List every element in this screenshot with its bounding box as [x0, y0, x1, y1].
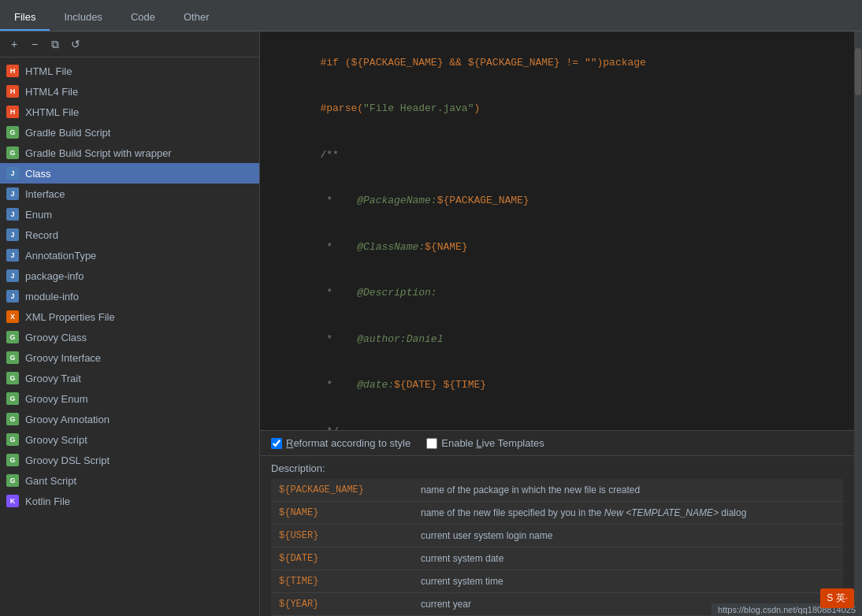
code-line-3: /**: [271, 132, 843, 178]
sidebar: + − ⧉ ↺ HHTML FileHHTML4 FileHXHTML File…: [0, 32, 260, 616]
live-templates-option[interactable]: Enable Live Templates: [426, 437, 544, 449]
sidebar-item-gradle-build[interactable]: GGradle Build Script: [0, 122, 259, 143]
description-title: Description:: [271, 462, 843, 474]
sidebar-item-module-info[interactable]: Jmodule-info: [0, 286, 259, 306]
desc-var: ${YEAR}: [271, 593, 413, 616]
sidebar-item-html4-file[interactable]: HHTML4 File: [0, 81, 259, 102]
label-annotation-type: AnnotationType: [25, 250, 96, 262]
sidebar-item-annotation-type[interactable]: JAnnotationType: [0, 245, 259, 265]
sidebar-item-package-info[interactable]: Jpackage-info: [0, 265, 259, 286]
sidebar-item-class[interactable]: JClass: [0, 163, 259, 184]
sidebar-item-groovy-annotation[interactable]: GGroovy Annotation: [0, 409, 259, 429]
icon-interface: J: [6, 187, 19, 200]
live-templates-checkbox[interactable]: [426, 438, 437, 449]
icon-groovy-trait: G: [6, 372, 19, 384]
label-groovy-trait: Groovy Trait: [25, 373, 81, 384]
desc-row: ${DATE}current system date: [271, 547, 843, 570]
tab-files[interactable]: Files: [0, 5, 50, 31]
sidebar-item-groovy-class[interactable]: GGroovy Class: [0, 327, 259, 347]
desc-text: name of the package in which the new fil…: [413, 479, 843, 502]
desc-text: name of the new file specified by you in…: [413, 502, 843, 525]
icon-gradle-build: G: [6, 126, 19, 139]
desc-text: current user system login name: [413, 525, 843, 547]
tab-code[interactable]: Code: [117, 5, 169, 31]
label-module-info: module-info: [25, 291, 79, 302]
bottom-options: Reformat according to style Enable Live …: [260, 430, 854, 455]
sidebar-item-gradle-wrapper[interactable]: GGradle Build Script with wrapper: [0, 143, 259, 163]
label-html-file: HTML File: [25, 65, 72, 77]
tab-includes[interactable]: Includes: [50, 5, 116, 31]
sidebar-item-record[interactable]: JRecord: [0, 225, 259, 245]
label-enum: Enum: [25, 209, 52, 221]
sidebar-item-groovy-interface[interactable]: GGroovy Interface: [0, 347, 259, 368]
reformat-label: Reformat according to style: [286, 437, 411, 449]
code-line-6: * @Description:: [271, 270, 843, 317]
label-xml-properties: XML Properties File: [25, 311, 115, 323]
icon-gant-script: G: [6, 474, 19, 487]
label-groovy-dsl: Groovy DSL Script: [25, 455, 110, 466]
sidebar-item-interface[interactable]: JInterface: [0, 184, 259, 204]
sidebar-item-gant-script[interactable]: GGant Script: [0, 470, 259, 491]
label-groovy-class: Groovy Class: [25, 332, 87, 343]
add-button[interactable]: +: [6, 36, 22, 52]
icon-enum: J: [6, 208, 19, 221]
desc-var: ${USER}: [271, 525, 413, 547]
right-scrollbar[interactable]: [854, 32, 862, 616]
desc-text: current system time: [413, 570, 843, 593]
icon-kotlin-file: K: [6, 495, 19, 507]
label-package-info: package-info: [25, 270, 84, 282]
sidebar-item-groovy-script[interactable]: GGroovy Script: [0, 429, 259, 450]
label-record: Record: [25, 229, 58, 241]
code-editor: #if (${PACKAGE_NAME} && ${PACKAGE_NAME} …: [260, 32, 854, 430]
label-gradle-wrapper: Gradle Build Script with wrapper: [25, 147, 172, 159]
description-panel: Description: ${PACKAGE_NAME}name of the …: [260, 455, 854, 616]
sidebar-item-groovy-trait[interactable]: GGroovy Trait: [0, 368, 259, 388]
code-line-8: * @date:${DATE} ${TIME}: [271, 362, 843, 409]
code-line-2: #parse("File Header.java"): [271, 86, 843, 132]
sidebar-item-xhtml-file[interactable]: HXHTML File: [0, 102, 259, 122]
desc-var: ${PACKAGE_NAME}: [271, 479, 413, 502]
sidebar-item-enum[interactable]: JEnum: [0, 204, 259, 225]
sidebar-item-groovy-enum[interactable]: GGroovy Enum: [0, 388, 259, 409]
sidebar-item-groovy-dsl[interactable]: GGroovy DSL Script: [0, 450, 259, 470]
scrollbar-thumb[interactable]: [855, 48, 861, 95]
code-line-5: * @ClassName:${NAME}: [271, 224, 843, 270]
icon-groovy-class: G: [6, 331, 19, 343]
reformat-option[interactable]: Reformat according to style: [271, 437, 411, 449]
label-class: Class: [25, 168, 51, 180]
remove-button[interactable]: −: [27, 36, 43, 52]
main-layout: + − ⧉ ↺ HHTML FileHHTML4 FileHXHTML File…: [0, 32, 862, 616]
code-line-9: */: [271, 408, 843, 430]
icon-xml-properties: X: [6, 310, 19, 323]
code-line-4: * @PackageName:${PACKAGE_NAME}: [271, 178, 843, 225]
label-groovy-script: Groovy Script: [25, 434, 87, 446]
reset-button[interactable]: ↺: [68, 36, 84, 52]
icon-html4-file: H: [6, 85, 19, 98]
label-groovy-enum: Groovy Enum: [25, 393, 87, 405]
sidebar-list: HHTML FileHHTML4 FileHXHTML FileGGradle …: [0, 58, 259, 616]
content-area: #if (${PACKAGE_NAME} && ${PACKAGE_NAME} …: [260, 32, 854, 616]
icon-groovy-dsl: G: [6, 454, 19, 466]
label-groovy-interface: Groovy Interface: [25, 352, 101, 364]
desc-row: ${NAME}name of the new file specified by…: [271, 502, 843, 525]
label-gradle-build: Gradle Build Script: [25, 127, 110, 139]
icon-package-info: J: [6, 269, 19, 282]
sidebar-item-kotlin-file[interactable]: KKotlin File: [0, 491, 259, 511]
label-groovy-annotation: Groovy Annotation: [25, 414, 110, 425]
label-html4-file: HTML4 File: [25, 86, 78, 98]
sidebar-item-xml-properties[interactable]: XXML Properties File: [0, 306, 259, 327]
code-line-1: #if (${PACKAGE_NAME} && ${PACKAGE_NAME} …: [271, 39, 843, 86]
label-interface: Interface: [25, 188, 65, 200]
tab-bar: Files Includes Code Other: [0, 0, 862, 32]
icon-xhtml-file: H: [6, 106, 19, 118]
icon-groovy-interface: G: [6, 351, 19, 364]
desc-var: ${DATE}: [271, 547, 413, 570]
live-templates-label: Enable Live Templates: [441, 437, 544, 449]
icon-groovy-enum: G: [6, 392, 19, 405]
tab-other[interactable]: Other: [169, 5, 224, 31]
label-xhtml-file: XHTML File: [25, 106, 79, 118]
sidebar-toolbar: + − ⧉ ↺: [0, 32, 259, 58]
reformat-checkbox[interactable]: [271, 438, 282, 449]
sidebar-item-html-file[interactable]: HHTML File: [0, 61, 259, 81]
copy-button[interactable]: ⧉: [47, 36, 63, 52]
